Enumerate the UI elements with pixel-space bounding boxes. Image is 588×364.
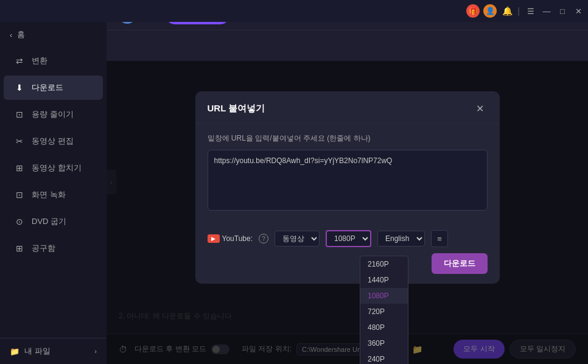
sidebar-item-label: 동영상 합치기 <box>32 163 82 173</box>
sidebar-item-compress[interactable]: ⊡ 용량 줄이기 <box>4 102 103 127</box>
my-files-icon: 📁 <box>10 347 19 356</box>
resolution-wrapper: 1080P <box>326 230 371 247</box>
resolution-option-480p[interactable]: 480P <box>360 320 408 335</box>
youtube-icon: ▶ <box>208 234 220 243</box>
resolution-option-720p[interactable]: 720P <box>360 304 408 320</box>
tools-icon: ⊞ <box>13 242 26 254</box>
resolution-option-1440p[interactable]: 1440P <box>360 272 408 288</box>
gift-icon[interactable]: 🎁 <box>466 4 480 18</box>
title-bar: 🎁 👤 🔔 | ☰ — □ ✕ <box>0 0 588 22</box>
sidebar-item-tools[interactable]: ⊞ 공구함 <box>4 236 103 261</box>
resolution-option-1080p[interactable]: 1080P <box>360 288 408 304</box>
expand-icon: › <box>94 348 97 355</box>
my-files-label: 내 파일 <box>24 346 51 357</box>
back-label: 홈 <box>17 29 25 40</box>
sidebar-item-label: 동영상 편집 <box>32 136 74 147</box>
close-button[interactable]: ✕ <box>573 6 583 16</box>
sidebar-item-edit[interactable]: ✂ 동영상 편집 <box>4 129 103 153</box>
sidebar-item-label: 다운로드 <box>32 82 63 93</box>
url-dialog: URL 붙여넣기 ✕ 밑창에 URL을 입력/붙여넣어 주세요 (한줄에 하나)… <box>195 91 500 284</box>
dialog-close-button[interactable]: ✕ <box>473 101 488 116</box>
modal-overlay: URL 붙여넣기 ✕ 밑창에 URL을 입력/붙여넣어 주세요 (한줄에 하나)… <box>107 61 588 364</box>
sidebar-item-label: 공구함 <box>32 243 55 254</box>
back-icon: ‹ <box>10 30 12 40</box>
dialog-subtitle: 밑창에 URL을 입력/붙여넣어 주세요 (한줄에 하나) <box>208 133 488 144</box>
sidebar-item-merge[interactable]: ⊞ 동영상 합치기 <box>4 156 103 180</box>
sidebar-item-label: 화면 녹화 <box>32 189 66 200</box>
menu-button[interactable]: ☰ <box>526 6 536 16</box>
settings-icon-button[interactable]: ≡ <box>431 230 448 247</box>
content-wrapper: 2. 아니대: 에 다운로들 수 있습니다 URL 붙여넣기 ✕ 밑창에 URL… <box>107 30 588 364</box>
back-button[interactable]: ‹ 홈 <box>0 22 107 47</box>
sidebar-item-label: DVD 굽기 <box>32 216 66 227</box>
compress-icon: ⊡ <box>13 108 26 121</box>
language-select[interactable]: English <box>377 231 425 247</box>
bell-icon[interactable]: 🔔 <box>500 4 514 18</box>
minimize-button[interactable]: — <box>542 6 551 16</box>
dialog-title: URL 붙여넣기 <box>208 103 265 114</box>
video-type-select[interactable]: 동영상 <box>275 231 320 247</box>
dialog-header: URL 붙여넣기 ✕ <box>195 91 500 124</box>
url-input[interactable]: https://youtu.be/RDQ8Awh_dI?si=yYjYB2No7… <box>208 150 488 211</box>
my-files-button[interactable]: 📁 내 파일 › <box>0 338 107 364</box>
maximize-button[interactable]: □ <box>558 6 567 16</box>
main-area: ✦ ▾ 다운로드중 완료 고속 다운로드 2. 아니대: 에 다운로들 수 있습… <box>107 0 588 364</box>
user-icon[interactable]: 👤 <box>483 4 497 18</box>
record-icon: ⊡ <box>13 189 26 201</box>
sidebar-item-label: 변환 <box>32 55 47 66</box>
resolution-select[interactable]: 1080P <box>326 230 371 247</box>
resolution-option-360p[interactable]: 360P <box>360 335 408 351</box>
resolution-option-240p[interactable]: 240P <box>360 351 408 364</box>
dialog-footer: ▶ YouTube: ? 동영상 1080P English <box>195 223 500 284</box>
sidebar-item-record[interactable]: ⊡ 화면 녹화 <box>4 183 103 207</box>
download-icon: ⬇ <box>13 82 26 94</box>
youtube-badge: ▶ YouTube: <box>208 234 253 243</box>
sidebar-item-label: 용량 줄이기 <box>32 109 74 120</box>
sidebar-item-dvd[interactable]: ⊙ DVD 굽기 <box>4 209 103 234</box>
dialog-body: 밑창에 URL을 입력/붙여넣어 주세요 (한줄에 하나) https://yo… <box>195 124 500 223</box>
sidebar: ‹ 홈 ⇄ 변환 ⬇ 다운로드 ⊡ 용량 줄이기 ✂ 동영상 편집 ⊞ 동영상 … <box>0 0 107 364</box>
resolution-dropdown-popup: 2160P 1440P 1080P 720P 480P 360P 240P <box>360 256 408 364</box>
sidebar-item-convert[interactable]: ⇄ 변환 <box>4 49 103 73</box>
help-icon[interactable]: ? <box>259 234 268 243</box>
dvd-icon: ⊙ <box>13 215 26 228</box>
sidebar-item-download[interactable]: ⬇ 다운로드 <box>4 75 103 100</box>
download-button[interactable]: 다운로드 <box>432 253 488 274</box>
youtube-label: YouTube: <box>222 234 253 243</box>
separator: | <box>517 6 520 16</box>
merge-icon: ⊞ <box>13 162 26 174</box>
edit-icon: ✂ <box>13 135 26 147</box>
resolution-option-2160p[interactable]: 2160P <box>360 256 408 272</box>
convert-icon: ⇄ <box>13 55 26 67</box>
